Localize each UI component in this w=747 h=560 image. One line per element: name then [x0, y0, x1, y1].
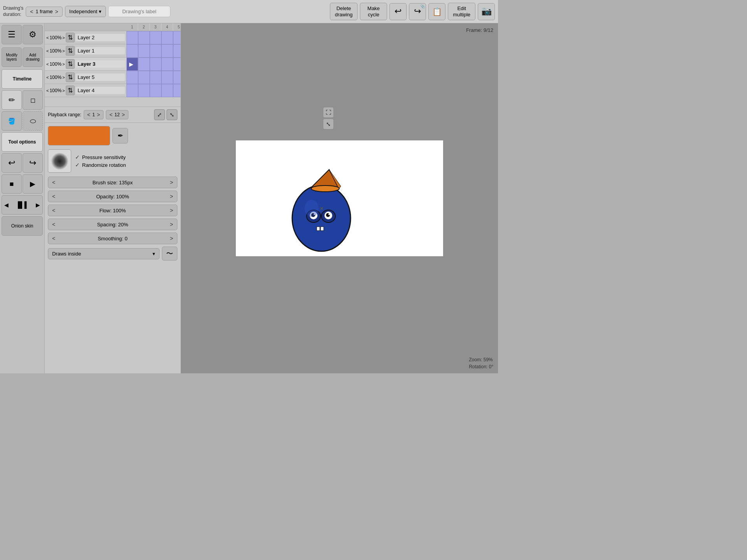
redo-tool-btn[interactable]: ↪ [23, 153, 43, 173]
layer2-name-input[interactable] [75, 34, 125, 41]
layer4-name-input[interactable] [75, 87, 125, 94]
flow-next-btn[interactable]: > [170, 207, 173, 214]
frame-prev-btn[interactable]: < [29, 9, 34, 15]
drawing-label-input[interactable] [108, 6, 170, 17]
frame-cell[interactable] [150, 31, 161, 44]
frame-cell[interactable] [138, 71, 150, 84]
frame-cell[interactable] [173, 84, 181, 97]
layer1-frames [126, 44, 181, 57]
range-start-prev[interactable]: < [86, 112, 91, 118]
layer2-pct-right[interactable]: > [62, 35, 65, 40]
menu-btn[interactable]: ☰ [2, 25, 22, 44]
frame-cell[interactable] [138, 58, 150, 71]
copy-btn[interactable]: 📋 [428, 3, 445, 20]
layer3-pct-right[interactable]: > [62, 62, 65, 66]
layer1-arrows-btn[interactable]: ⇅ [66, 46, 75, 56]
layer5-arrows-btn[interactable]: ⇅ [66, 72, 75, 82]
frame-cell[interactable] [161, 58, 173, 71]
expand-timeline-btn[interactable]: ⤢ [154, 109, 165, 120]
layer5-pct-right[interactable]: > [62, 75, 65, 80]
eraser-tool-btn[interactable]: ◻ [23, 90, 43, 110]
undo-btn[interactable]: ↩ [389, 3, 407, 20]
randomize-rotation-label[interactable]: Randomize rotation [82, 162, 126, 168]
layer4-arrows-btn[interactable]: ⇅ [66, 86, 75, 95]
opacity-prev-btn[interactable]: < [52, 193, 55, 200]
layer5-pct-left[interactable]: < [46, 75, 49, 80]
layer3-arrows-btn[interactable]: ⇅ [66, 59, 75, 69]
range-start-next[interactable]: > [96, 112, 101, 118]
layer3-pct-left[interactable]: < [46, 62, 49, 66]
frame-cell[interactable] [161, 71, 173, 84]
settings-btn[interactable]: ⚙ [23, 25, 43, 44]
layer1-name-input[interactable] [75, 47, 125, 54]
layer4-pct-left[interactable]: < [46, 88, 49, 93]
frame-cell[interactable] [126, 71, 138, 84]
frame-cell[interactable] [150, 84, 161, 97]
timeline-btn[interactable]: Timeline [2, 69, 43, 89]
frame-cell[interactable] [173, 44, 181, 58]
frame-cell[interactable] [173, 71, 181, 84]
edit-multiple-btn[interactable]: Edit multiple [448, 3, 475, 20]
opacity-next-btn[interactable]: > [170, 193, 173, 200]
fill-tool-btn[interactable]: 🪣 [2, 111, 22, 131]
layer1-pct-left[interactable]: < [46, 49, 49, 53]
frame-cell[interactable] [150, 44, 161, 58]
frame-cell[interactable] [138, 84, 150, 97]
frame-cell[interactable] [161, 31, 173, 44]
pressure-sensitivity-label[interactable]: Pressure sensitivity [82, 154, 126, 160]
tool-options-btn[interactable]: Tool options [2, 132, 43, 152]
smoothing-prev-btn[interactable]: < [52, 235, 55, 242]
layer3-name-input[interactable] [75, 60, 125, 68]
modify-layers-btn[interactable]: Modify layers [2, 47, 22, 67]
color-swatch[interactable] [48, 126, 110, 145]
play-btn[interactable]: ▶ [23, 174, 43, 194]
frame-cell[interactable] [150, 58, 161, 71]
range-end-next[interactable]: > [121, 112, 126, 118]
eyedropper-btn[interactable]: ✒ [112, 128, 128, 144]
layer1-pct-right[interactable]: > [62, 49, 65, 53]
delete-drawing-btn[interactable]: Delete drawing [330, 3, 358, 20]
make-cycle-btn[interactable]: Make cycle [360, 3, 387, 20]
mode-dropdown[interactable]: Independent ▾ [65, 6, 106, 17]
layer-row-layer3: < 100% > ⇅ ▶ [45, 58, 181, 71]
frame-cell[interactable] [126, 31, 138, 44]
flow-prev-btn[interactable]: < [52, 207, 55, 214]
shrink-timeline-btn[interactable]: ⤡ [167, 109, 177, 120]
frame-next-btn[interactable]: > [54, 9, 59, 15]
add-drawing-btn[interactable]: Add drawing [23, 47, 43, 67]
fit-btn[interactable]: ⤡ [323, 119, 334, 130]
brush-tool-btn[interactable]: ✏ [2, 90, 22, 110]
redo-btn[interactable]: 📎 ↪ [409, 3, 426, 20]
stop-btn[interactable]: ■ [2, 174, 22, 194]
frame-cell[interactable] [150, 71, 161, 84]
frame-cell[interactable] [126, 44, 138, 58]
brush-size-next-btn[interactable]: > [170, 179, 173, 186]
spacing-next-btn[interactable]: > [170, 221, 173, 228]
frame-cell-keyframe[interactable]: ▶ [126, 58, 138, 71]
frame-cell[interactable] [138, 31, 150, 44]
undo-tool-btn[interactable]: ↩ [2, 153, 22, 173]
fn-4: 4 [161, 23, 173, 31]
layer2-pct-left[interactable]: < [46, 35, 49, 40]
camera-btn[interactable]: 📷 [478, 3, 495, 20]
onion-skin-btn[interactable]: Onion skin [2, 216, 43, 236]
spacing-prev-btn[interactable]: < [52, 221, 55, 228]
layer5-name-input[interactable] [75, 74, 125, 81]
frame-cell[interactable] [161, 44, 173, 58]
layer4-pct-right[interactable]: > [62, 88, 65, 93]
frame-cell[interactable] [126, 84, 138, 97]
brush-size-prev-btn[interactable]: < [52, 179, 55, 186]
frame-cell[interactable] [173, 58, 181, 71]
frame-cell[interactable] [173, 31, 181, 44]
draws-inside-dropdown[interactable]: Draws inside ▾ [48, 248, 160, 259]
frame-cell[interactable] [161, 84, 173, 97]
wave-btn[interactable]: 〜 [162, 247, 177, 261]
drawing-canvas[interactable] [235, 140, 444, 257]
smoothing-next-btn[interactable]: > [170, 235, 173, 242]
fullscreen-btn[interactable]: ⛶ [323, 107, 334, 118]
range-end-prev[interactable]: < [109, 112, 113, 118]
frame-cell[interactable] [138, 44, 150, 58]
layer2-arrows-btn[interactable]: ⇅ [66, 33, 75, 42]
lasso-tool-btn[interactable]: ⬭ [23, 111, 43, 131]
speed-control[interactable]: ◀ ▐▌▌ ▶ [2, 195, 43, 215]
